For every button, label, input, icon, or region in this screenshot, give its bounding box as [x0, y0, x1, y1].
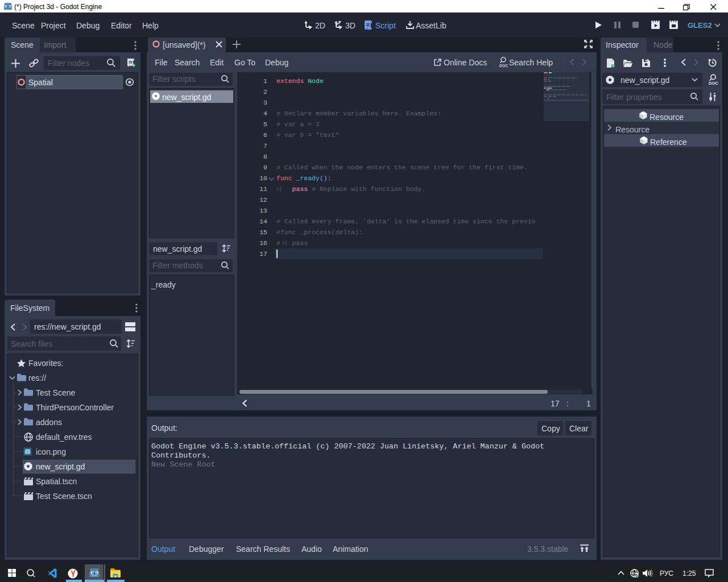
svg-text:DOC: DOC: [709, 81, 718, 86]
svg-text:DOC: DOC: [499, 64, 508, 68]
